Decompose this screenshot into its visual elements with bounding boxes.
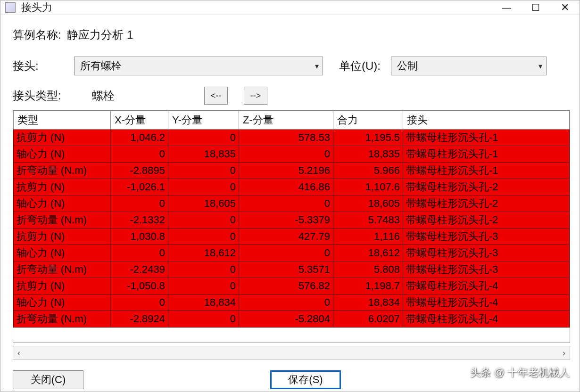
cell-connector[interactable]: 带螺母柱形沉头孔-4 xyxy=(403,294,570,311)
cell-y[interactable]: 18,605 xyxy=(168,196,239,212)
cell-connector[interactable]: 带螺母柱形沉头孔-1 xyxy=(403,163,570,179)
cell-x[interactable]: -1,026.1 xyxy=(111,179,168,196)
cell-y[interactable]: 18,834 xyxy=(168,294,239,311)
cell-x[interactable]: 0 xyxy=(111,245,168,261)
table-row[interactable]: 折弯动量 (N.m)-2.89240-5.28046.0207带螺母柱形沉头孔-… xyxy=(14,311,570,327)
scroll-track[interactable] xyxy=(25,346,558,359)
maximize-button[interactable]: ☐ xyxy=(521,0,550,15)
minimize-button[interactable]: — xyxy=(492,0,521,15)
table-row[interactable]: 折弯动量 (N.m)-2.243905.35715.808带螺母柱形沉头孔-3 xyxy=(14,261,570,278)
cell-resultant[interactable]: 1,198.7 xyxy=(333,278,403,294)
cell-resultant[interactable]: 5.7483 xyxy=(333,212,403,229)
table-row[interactable]: 抗剪力 (N)-1,050.80576.821,198.7带螺母柱形沉头孔-4 xyxy=(14,278,570,294)
scroll-right-arrow-icon[interactable]: › xyxy=(558,348,570,358)
cell-type[interactable]: 轴心力 (N) xyxy=(14,196,111,212)
save-button[interactable]: 保存(S) xyxy=(270,370,341,389)
cell-connector[interactable]: 带螺母柱形沉头孔-2 xyxy=(403,196,570,212)
cell-x[interactable]: 0 xyxy=(111,146,168,163)
table-row[interactable]: 抗剪力 (N)1,030.80427.791,116带螺母柱形沉头孔-3 xyxy=(14,229,570,245)
next-button[interactable]: --> xyxy=(244,87,267,105)
cell-x[interactable]: -2.8924 xyxy=(111,311,168,327)
cell-connector[interactable]: 带螺母柱形沉头孔-2 xyxy=(403,212,570,229)
prev-button[interactable]: <-- xyxy=(204,87,228,105)
cell-x[interactable]: 0 xyxy=(111,196,168,212)
table-row[interactable]: 轴心力 (N)018,605018,605带螺母柱形沉头孔-2 xyxy=(14,196,570,212)
table-row[interactable]: 抗剪力 (N)1,046.20578.531,195.5带螺母柱形沉头孔-1 xyxy=(14,130,570,146)
cell-y[interactable]: 0 xyxy=(168,311,239,327)
cell-z[interactable]: 5.3571 xyxy=(239,261,333,278)
cell-z[interactable]: 5.2196 xyxy=(239,163,333,179)
scroll-left-arrow-icon[interactable]: ‹ xyxy=(13,348,25,358)
cell-type[interactable]: 折弯动量 (N.m) xyxy=(14,163,111,179)
cell-connector[interactable]: 带螺母柱形沉头孔-4 xyxy=(403,311,570,327)
cell-resultant[interactable]: 18,834 xyxy=(333,294,403,311)
cell-connector[interactable]: 带螺母柱形沉头孔-1 xyxy=(403,130,570,146)
cell-x[interactable]: -2.1332 xyxy=(111,212,168,229)
table-row[interactable]: 折弯动量 (N.m)-2.13320-5.33795.7483带螺母柱形沉头孔-… xyxy=(14,212,570,229)
cell-y[interactable]: 18,612 xyxy=(168,245,239,261)
cell-z[interactable]: 0 xyxy=(239,294,333,311)
cell-y[interactable]: 0 xyxy=(168,130,239,146)
col-header-resultant[interactable]: 合力 xyxy=(333,111,403,130)
cell-resultant[interactable]: 5.808 xyxy=(333,261,403,278)
titlebar[interactable]: 接头力 — ☐ ✕ xyxy=(0,0,580,15)
cell-x[interactable]: -1,050.8 xyxy=(111,278,168,294)
close-window-button[interactable]: ✕ xyxy=(550,0,580,15)
table-row[interactable]: 轴心力 (N)018,612018,612带螺母柱形沉头孔-3 xyxy=(14,245,570,261)
cell-type[interactable]: 折弯动量 (N.m) xyxy=(14,311,111,327)
cell-x[interactable]: -2.2439 xyxy=(111,261,168,278)
table-row[interactable]: 折弯动量 (N.m)-2.889505.21965.966带螺母柱形沉头孔-1 xyxy=(14,163,570,179)
cell-connector[interactable]: 带螺母柱形沉头孔-3 xyxy=(403,229,570,245)
cell-z[interactable]: 427.79 xyxy=(239,229,333,245)
cell-type[interactable]: 抗剪力 (N) xyxy=(14,130,111,146)
cell-resultant[interactable]: 6.0207 xyxy=(333,311,403,327)
cell-type[interactable]: 折弯动量 (N.m) xyxy=(14,212,111,229)
cell-type[interactable]: 轴心力 (N) xyxy=(14,245,111,261)
cell-y[interactable]: 0 xyxy=(168,212,239,229)
col-header-connector[interactable]: 接头 xyxy=(403,111,570,130)
cell-resultant[interactable]: 1,195.5 xyxy=(333,130,403,146)
cell-connector[interactable]: 带螺母柱形沉头孔-4 xyxy=(403,278,570,294)
col-header-y[interactable]: Y-分量 xyxy=(168,111,239,130)
cell-connector[interactable]: 带螺母柱形沉头孔-1 xyxy=(403,146,570,163)
cell-z[interactable]: 0 xyxy=(239,196,333,212)
cell-z[interactable]: -5.3379 xyxy=(239,212,333,229)
cell-connector[interactable]: 带螺母柱形沉头孔-3 xyxy=(403,261,570,278)
cell-y[interactable]: 0 xyxy=(168,179,239,196)
unit-dropdown[interactable]: 公制 ▾ xyxy=(391,57,547,75)
cell-z[interactable]: 578.53 xyxy=(239,130,333,146)
cell-z[interactable]: 416.86 xyxy=(239,179,333,196)
connector-dropdown[interactable]: 所有螺栓 ▾ xyxy=(74,57,323,75)
cell-type[interactable]: 抗剪力 (N) xyxy=(14,278,111,294)
cell-type[interactable]: 轴心力 (N) xyxy=(14,294,111,311)
cell-z[interactable]: 0 xyxy=(239,146,333,163)
cell-y[interactable]: 0 xyxy=(168,229,239,245)
cell-resultant[interactable]: 18,605 xyxy=(333,196,403,212)
table-row[interactable]: 轴心力 (N)018,835018,835带螺母柱形沉头孔-1 xyxy=(14,146,570,163)
cell-y[interactable]: 0 xyxy=(168,261,239,278)
cell-y[interactable]: 0 xyxy=(168,163,239,179)
cell-connector[interactable]: 带螺母柱形沉头孔-2 xyxy=(403,179,570,196)
col-header-z[interactable]: Z-分量 xyxy=(239,111,333,130)
cell-type[interactable]: 抗剪力 (N) xyxy=(14,179,111,196)
close-button[interactable]: 关闭(C) xyxy=(13,370,83,389)
cell-connector[interactable]: 带螺母柱形沉头孔-3 xyxy=(403,245,570,261)
cell-x[interactable]: 1,046.2 xyxy=(111,130,168,146)
horizontal-scrollbar[interactable]: ‹ › xyxy=(13,346,570,360)
cell-z[interactable]: 0 xyxy=(239,245,333,261)
cell-resultant[interactable]: 1,116 xyxy=(333,229,403,245)
cell-resultant[interactable]: 18,612 xyxy=(333,245,403,261)
cell-y[interactable]: 0 xyxy=(168,278,239,294)
cell-y[interactable]: 18,835 xyxy=(168,146,239,163)
cell-type[interactable]: 轴心力 (N) xyxy=(14,146,111,163)
cell-z[interactable]: 576.82 xyxy=(239,278,333,294)
table-row[interactable]: 抗剪力 (N)-1,026.10416.861,107.6带螺母柱形沉头孔-2 xyxy=(14,179,570,196)
cell-type[interactable]: 抗剪力 (N) xyxy=(14,229,111,245)
cell-x[interactable]: 0 xyxy=(111,294,168,311)
cell-x[interactable]: -2.8895 xyxy=(111,163,168,179)
table-row[interactable]: 轴心力 (N)018,834018,834带螺母柱形沉头孔-4 xyxy=(14,294,570,311)
cell-resultant[interactable]: 5.966 xyxy=(333,163,403,179)
cell-resultant[interactable]: 1,107.6 xyxy=(333,179,403,196)
col-header-type[interactable]: 类型 xyxy=(14,111,111,130)
cell-type[interactable]: 折弯动量 (N.m) xyxy=(14,261,111,278)
